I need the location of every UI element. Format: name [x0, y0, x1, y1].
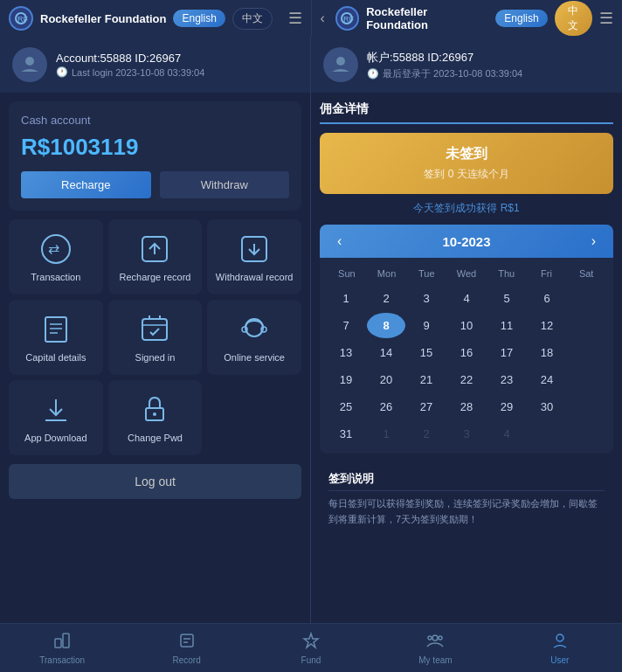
calendar-day[interactable]: 2 [367, 286, 405, 311]
calendar-day[interactable]: 7 [327, 313, 365, 338]
calendar-prev-button[interactable]: ‹ [332, 233, 347, 249]
svg-rect-9 [45, 317, 66, 342]
left-account-info: Account:55888 ID:26967 🕐 Last login 2023… [56, 52, 204, 78]
right-menu-icon[interactable]: ☰ [599, 9, 613, 28]
calendar-day[interactable]: 4 [447, 286, 486, 311]
right-account-name: 帐户:55888 ID:26967 [367, 50, 522, 66]
record-nav-label: Record [172, 655, 200, 665]
right-top-bar: ‹ RF Rockefeller Foundation English 中文 ☰ [312, 0, 623, 37]
calendar-day[interactable]: 6 [528, 286, 566, 311]
nav-item-fund[interactable]: Fund [249, 624, 373, 672]
svg-rect-24 [55, 639, 61, 648]
right-english-button[interactable]: English [495, 10, 547, 27]
left-brand-name: Rockefeller Foundation [40, 12, 166, 25]
icon-item-signed-in[interactable]: Signed in [108, 300, 203, 375]
left-logo-icon: RF [9, 6, 33, 31]
icon-item-capital-details[interactable]: Capital details [9, 300, 103, 375]
nav-item-record[interactable]: Record [124, 624, 248, 672]
calendar-day[interactable]: 28 [447, 394, 486, 419]
weekday-wed: Wed [446, 265, 487, 282]
svg-point-30 [428, 636, 432, 640]
calendar-day[interactable]: 5 [487, 286, 526, 311]
calendar-day[interactable]: 15 [407, 340, 446, 365]
calendar-day[interactable]: 25 [327, 394, 365, 419]
calendar-day[interactable]: 20 [367, 367, 405, 392]
recharge-button[interactable]: Recharge [21, 171, 151, 198]
weekday-tue: Tue [406, 265, 446, 282]
right-brand-name: Rockefeller Foundation [366, 5, 488, 31]
calendar-grid: SunMonTueWedThuFriSat 123456789101112131… [320, 258, 613, 454]
right-chinese-button[interactable]: 中文 [555, 1, 592, 36]
calendar-day[interactable]: 12 [528, 313, 566, 338]
calendar-day[interactable]: 22 [447, 367, 486, 392]
calendar-day[interactable]: 24 [528, 367, 566, 392]
nav-item-transaction[interactable]: Transaction [0, 624, 124, 672]
calendar-day[interactable]: 1 [327, 286, 365, 311]
icon-item-change-pwd[interactable]: Change Pwd [108, 380, 203, 455]
commission-title: 佣金详情 [320, 101, 613, 124]
calendar-day[interactable]: 18 [528, 340, 566, 365]
fund-nav-icon [302, 632, 320, 654]
icon-item-transaction[interactable]: ⇄ Transaction [9, 219, 103, 294]
calendar-day[interactable]: 11 [487, 313, 526, 338]
sign-explanation: 签到说明 每日签到可以获得签到奖励，连续签到记录奖励会增加，间歇签到将重新计算，… [320, 462, 613, 536]
recharge-record-icon [137, 232, 172, 267]
signin-card[interactable]: 未签到 签到 0 天连续个月 [320, 133, 613, 194]
svg-rect-13 [142, 319, 167, 340]
calendar-day[interactable]: 9 [407, 313, 446, 338]
fund-nav-label: Fund [301, 655, 321, 665]
right-last-login: 🕐 最后登录于 2023-10-08 03:39:04 [367, 67, 522, 80]
calendar-day [568, 367, 606, 392]
calendar: ‹ 10-2023 › SunMonTueWedThuFriSat 123456… [320, 225, 613, 454]
calendar-day[interactable]: 13 [327, 340, 365, 365]
calendar-day[interactable]: 17 [487, 340, 526, 365]
my-team-nav-label: My team [418, 655, 452, 665]
calendar-header: ‹ 10-2023 › [320, 225, 613, 258]
calendar-day[interactable]: 10 [447, 313, 486, 338]
nav-item-user[interactable]: User [498, 624, 622, 672]
left-top-bar: RF Rockefeller Foundation English 中文 ☰ [0, 0, 312, 37]
left-account-header: Account:55888 ID:26967 🕐 Last login 2023… [0, 37, 310, 93]
calendar-day[interactable]: 30 [528, 394, 566, 419]
calendar-day[interactable]: 29 [487, 394, 526, 419]
back-arrow-icon[interactable]: ‹ [321, 10, 325, 26]
svg-point-23 [336, 57, 345, 66]
calendar-day: 3 [447, 421, 486, 447]
recharge-record-label: Recharge record [120, 272, 191, 282]
left-avatar [12, 47, 47, 82]
calendar-day[interactable]: 21 [407, 367, 446, 392]
left-chinese-button[interactable]: 中文 [232, 8, 273, 30]
weekday-mon: Mon [367, 265, 407, 282]
withdraw-button[interactable]: Withdraw [160, 171, 290, 198]
left-menu-icon[interactable]: ☰ [288, 9, 302, 28]
cash-title: Cash account [21, 114, 289, 127]
right-avatar [323, 47, 358, 82]
user-nav-icon [551, 632, 569, 654]
svg-point-31 [439, 636, 442, 640]
withdrawal-record-icon [237, 232, 272, 267]
calendar-day[interactable]: 31 [327, 421, 365, 447]
left-english-button[interactable]: English [173, 10, 225, 27]
icon-item-withdrawal-record[interactable]: Withdrawal record [207, 219, 301, 294]
svg-rect-26 [181, 634, 193, 647]
nav-item-my-team[interactable]: My team [373, 624, 497, 672]
logout-button[interactable]: Log out [9, 464, 301, 499]
calendar-day[interactable]: 27 [407, 394, 446, 419]
icon-item-online-service[interactable]: Online service [207, 300, 301, 375]
calendar-day [568, 394, 606, 419]
calendar-today[interactable]: 8 [367, 313, 405, 338]
calendar-day[interactable]: 19 [327, 367, 365, 392]
my-team-nav-icon [426, 632, 444, 654]
calendar-day[interactable]: 26 [367, 394, 405, 419]
calendar-day[interactable]: 14 [367, 340, 405, 365]
calendar-next-button[interactable]: › [586, 233, 601, 249]
transaction-icon: ⇄ [38, 232, 73, 267]
cash-section: Cash account R$1003119 Recharge Withdraw [9, 101, 301, 211]
calendar-day[interactable]: 16 [447, 340, 486, 365]
icon-item-app-download[interactable]: App Download [9, 380, 103, 455]
icon-grid: ⇄ Transaction Recharge record Withdrawal… [9, 219, 301, 455]
record-nav-icon [178, 632, 196, 654]
calendar-day[interactable]: 3 [407, 286, 446, 311]
icon-item-recharge-record[interactable]: Recharge record [108, 219, 203, 294]
calendar-day[interactable]: 23 [487, 367, 526, 392]
